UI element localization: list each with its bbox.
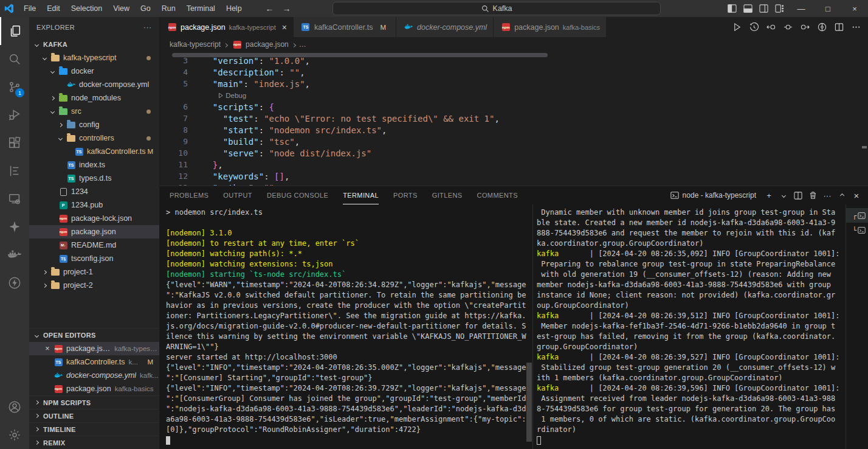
code-line[interactable]: 6 "scripts": { [160,101,868,113]
menu-file[interactable]: File [18,4,41,13]
tree-item-project-2[interactable]: project-2 [29,279,159,292]
activity-item-accounts[interactable] [0,393,29,421]
menu-edit[interactable]: Edit [41,4,66,13]
close-panel-icon[interactable]: × [850,189,863,202]
tree-item-tsconfig.json[interactable]: T§tsconfig.json [29,252,159,265]
menu-run[interactable]: Run [156,4,181,13]
tree-item-index.ts[interactable]: TSindex.ts [29,158,159,172]
editor-tab-package.json[interactable]: npmpackage.jsonkafka-typescript× [160,17,294,37]
code-editor[interactable]: 3 "version": "1.0.0",4 "description": ""… [160,52,868,186]
toggle-panel-icon[interactable] [740,1,756,16]
command-center-search[interactable]: Kafka [332,2,661,15]
editor-tab-package.json[interactable]: npmpackage.jsonkafka-basics [494,17,607,37]
editor-tab-kafkaController.ts[interactable]: TSkafkaController.tsM [294,17,396,37]
tree-item-kafkaController.ts[interactable]: TSkafkaController.tsM [29,145,159,158]
editor-tab-docker-compose.yml[interactable]: docker-compose.yml [396,17,494,37]
tree-item-types.d.ts[interactable]: TStypes.d.ts [29,172,159,185]
code-line[interactable]: 12 "keywords": [], [160,170,868,182]
menu-help[interactable]: Help [221,4,247,13]
activity-item-outline[interactable] [0,157,29,185]
menu-view[interactable]: View [108,4,135,13]
terminal-pane-left[interactable]: > nodemon src/index.ts[nodemon] 3.1.0[no… [160,204,533,449]
activity-item-extensions[interactable] [0,129,29,157]
terminal-scrollbar[interactable] [526,363,532,442]
tree-item-node_modules[interactable]: node_modules [29,91,159,105]
split-editor-icon[interactable] [832,20,846,35]
changes-icon[interactable] [780,20,795,35]
close-window-button[interactable]: × [841,0,868,17]
code-line[interactable]: 10 "serve": "node dist/index.js" [160,147,868,159]
open-editor-package.json[interactable]: ×npmpackage.jsonkafka-typesc... [29,342,159,355]
commit-graph-icon[interactable] [815,20,829,35]
split-terminal-icon[interactable] [791,189,805,202]
activity-item-remote-explorer[interactable] [0,185,29,213]
tree-item-config[interactable]: config [29,118,159,131]
tree-item-src[interactable]: src [29,105,159,118]
section-header-kafka[interactable]: KAFKA [29,38,159,51]
maximize-panel-icon[interactable] [835,189,849,202]
kill-terminal-icon[interactable] [806,189,819,202]
tree-item-controllers[interactable]: controllers [29,131,159,145]
panel-tab-terminal[interactable]: TERMINAL [343,186,379,204]
go-forward-button[interactable]: → [283,4,291,13]
minimize-button[interactable]: — [788,0,815,17]
activity-item-thunder-client[interactable] [0,269,29,297]
activity-item-source-control[interactable]: 1 [0,73,29,101]
breadcrumb-item[interactable]: package.json [246,40,289,49]
activity-item-copilot[interactable] [0,213,29,241]
panel-tab-problems[interactable]: PROBLEMS [170,186,208,204]
activity-item-explorer[interactable] [0,17,29,45]
code-line[interactable]: 8 "start": "nodemon src/index.ts", [160,124,868,136]
go-back-button[interactable]: ← [266,4,274,13]
section-header-remix[interactable]: REMIX [29,436,159,449]
tree-item-docker-compose.yml[interactable]: docker-compose.yml [29,78,159,91]
menu-terminal[interactable]: Terminal [181,4,221,13]
explorer-more-actions-icon[interactable]: ··· [143,24,152,31]
menu-selection[interactable]: Selection [66,4,108,13]
activity-item-run-and-debug[interactable] [0,101,29,129]
toggle-primary-sidebar-icon[interactable] [725,1,740,16]
next-change-icon[interactable] [797,20,812,35]
code-line[interactable]: 7 "test": "echo \"Error: no test specifi… [160,113,868,124]
activity-item-docker[interactable] [0,241,29,269]
tree-item-docker[interactable]: docker [29,64,159,78]
terminal-list-item-node[interactable]: └ [846,223,868,237]
tree-item-1234[interactable]: 1234 [29,185,159,198]
panel-tab-debug-console[interactable]: DEBUG CONSOLE [267,186,328,204]
breadcrumb-item[interactable]: kafka-typescript [170,40,221,49]
terminal-pane-right[interactable]: Dynamic member with unknown member id jo… [533,204,846,449]
run-icon[interactable] [729,20,744,35]
panel-tab-comments[interactable]: COMMENTS [477,186,518,204]
tree-item-README.md[interactable]: M↓README.md [29,238,159,252]
tree-item-project-1[interactable]: project-1 [29,265,159,279]
panel-tab-ports[interactable]: PORTS [393,186,418,204]
code-line[interactable]: 5 "main": "index.js", [160,78,868,89]
open-editor-docker-compose.yml[interactable]: docker-compose.ymlkafk... [29,369,159,382]
tree-item-package.json[interactable]: npmpackage.json [29,225,159,238]
code-line[interactable]: 4 "description": "", [160,66,868,78]
section-header-npm-scripts[interactable]: NPM SCRIPTS [29,395,159,409]
section-header-open-editors[interactable]: OPEN EDITORS [29,329,159,342]
close-tab-icon[interactable]: × [282,23,287,32]
menu-go[interactable]: Go [135,4,156,13]
maximize-button[interactable]: □ [815,0,841,17]
close-editor-icon[interactable]: × [43,344,52,353]
toggle-secondary-sidebar-icon[interactable] [756,1,772,16]
terminal-list-item-node[interactable]: ┌ [846,208,868,223]
breadcrumb-item[interactable]: … [299,40,306,49]
history-icon[interactable] [746,20,761,35]
more-actions-icon[interactable] [849,20,863,35]
tree-item-package-lock.json[interactable]: npmpackage-lock.json [29,212,159,225]
section-header-outline[interactable]: OUTLINE [29,409,159,422]
previous-change-icon[interactable] [763,20,778,35]
tree-item-1234.pub[interactable]: P1234.pub [29,198,159,212]
tree-item-kafka-typescript[interactable]: kafka-typescript [29,51,159,64]
open-editor-kafkaController.ts[interactable]: TSkafkaController.tsk...M [29,355,159,369]
panel-tab-output[interactable]: OUTPUT [223,186,252,204]
code-line[interactable]: Debug [160,89,868,101]
activity-item-search[interactable] [0,45,29,73]
codelens-debug[interactable]: Debug [218,92,246,99]
panel-more-actions-icon[interactable]: ··· [821,189,834,202]
code-line[interactable]: 13 "author": "", [160,182,868,186]
new-terminal-button[interactable]: + [762,189,776,202]
